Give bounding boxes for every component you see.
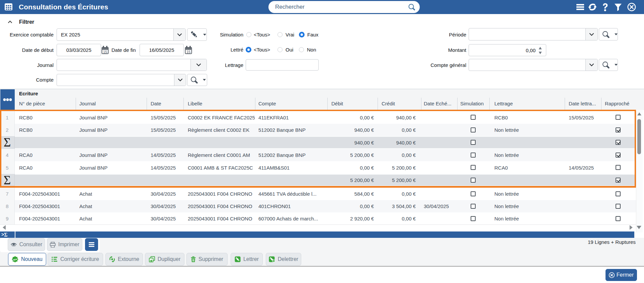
svg-text:15: 15	[186, 50, 190, 54]
svg-text:15: 15	[103, 50, 107, 54]
